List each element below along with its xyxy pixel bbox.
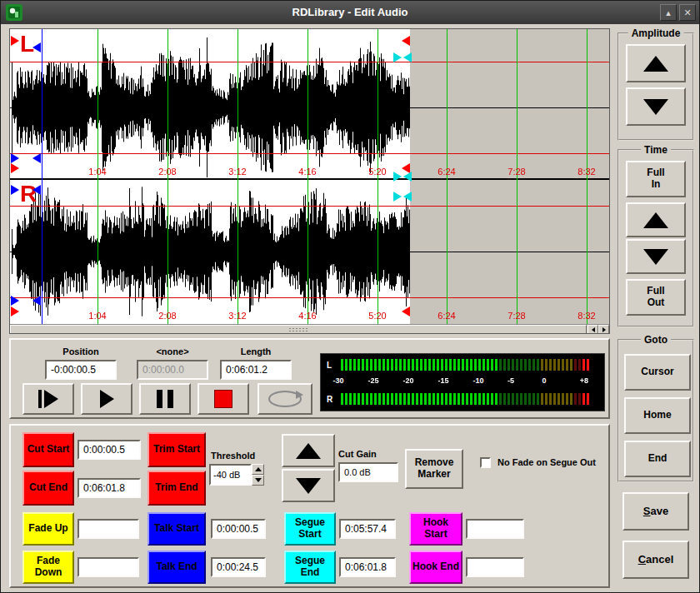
close-button[interactable]: ✕ bbox=[679, 4, 696, 21]
segue-start-marker[interactable] bbox=[393, 192, 402, 202]
segue-end-marker[interactable] bbox=[403, 192, 412, 202]
cancel-button[interactable]: Cancel bbox=[622, 541, 689, 579]
loop-button[interactable] bbox=[258, 383, 312, 415]
talk-start-marker[interactable] bbox=[11, 296, 19, 306]
length-label: Length bbox=[220, 346, 292, 356]
threshold-decrement-button[interactable] bbox=[252, 475, 264, 486]
goto-home-button[interactable]: Home bbox=[624, 397, 691, 434]
talk-start-input[interactable]: 0:00:00.5 bbox=[211, 519, 266, 539]
fade-up-button[interactable]: Fade Up bbox=[22, 512, 74, 546]
cut-end-input[interactable]: 0:06:01.8 bbox=[78, 478, 141, 498]
cut-in-marker[interactable] bbox=[11, 306, 19, 316]
fade-down-button[interactable]: Fade Down bbox=[22, 551, 74, 584]
threshold-input[interactable]: -40 dB bbox=[209, 464, 252, 486]
timeline-label: 2:08 bbox=[158, 167, 176, 177]
meter-scale-label: 0 bbox=[542, 376, 546, 385]
talk-start-button[interactable]: Talk Start bbox=[148, 512, 206, 546]
cut-start-button[interactable]: Cut Start bbox=[22, 432, 74, 467]
grid-line bbox=[378, 29, 378, 324]
segue-end-marker[interactable] bbox=[403, 172, 412, 182]
timeline-label: 3:12 bbox=[228, 167, 246, 177]
fade-down-input[interactable] bbox=[78, 557, 139, 577]
segue-start-marker[interactable] bbox=[393, 172, 402, 182]
talk-end-marker[interactable] bbox=[32, 185, 41, 195]
cut-start-label: Cut Start bbox=[28, 444, 70, 456]
talk-end-marker[interactable] bbox=[32, 153, 41, 163]
goto-end-button[interactable]: End bbox=[624, 441, 691, 477]
cut-gain-up-button[interactable] bbox=[282, 434, 335, 467]
shade-button[interactable]: ▴ bbox=[660, 4, 677, 21]
meter-scale-label: -5 bbox=[508, 376, 514, 385]
hook-start-button[interactable]: Hook Start bbox=[409, 512, 462, 546]
pause-button[interactable] bbox=[139, 383, 191, 415]
cut-end-button[interactable]: Cut End bbox=[22, 471, 74, 506]
play-from-start-button[interactable] bbox=[22, 383, 74, 415]
time-zoom-out-button[interactable] bbox=[626, 239, 686, 274]
segue-end-marker[interactable] bbox=[403, 52, 412, 62]
cut-gain-down-button[interactable] bbox=[282, 469, 335, 502]
grid-line bbox=[447, 29, 448, 324]
position-value[interactable]: -0:00:00.5 bbox=[45, 360, 117, 380]
waveform-scrollbar[interactable] bbox=[10, 324, 609, 333]
cut-start-input[interactable]: 0:00:00.5 bbox=[78, 440, 141, 460]
timeline-label: 7:28 bbox=[508, 167, 525, 177]
remove-marker-button[interactable]: Remove Marker bbox=[405, 449, 463, 489]
timeline-label: 5:20 bbox=[368, 311, 386, 321]
timeline-label: 1:04 bbox=[88, 167, 106, 177]
talk-start-marker[interactable] bbox=[11, 185, 19, 195]
gain-envelope-line bbox=[10, 153, 609, 154]
cut-in-marker[interactable] bbox=[11, 36, 19, 46]
talk-end-cursor-line[interactable] bbox=[42, 29, 42, 324]
pause-icon bbox=[157, 390, 173, 408]
no-fade-checkbox[interactable] bbox=[480, 457, 491, 468]
talk-end-marker[interactable] bbox=[32, 296, 41, 306]
trim-end-button[interactable]: Trim End bbox=[148, 471, 206, 506]
talk-end-input[interactable]: 0:00:24.5 bbox=[211, 557, 266, 577]
hook-end-input[interactable] bbox=[466, 557, 524, 577]
scroll-left-button[interactable] bbox=[588, 325, 598, 333]
waveform-panel: L R 1:041:042:082:083:123:124:164:165:20… bbox=[9, 28, 610, 334]
waveform-display[interactable]: L R 1:041:042:082:083:123:124:164:165:20… bbox=[10, 29, 609, 333]
timeline-label: 6:24 bbox=[438, 167, 455, 177]
audio-meter: L R -30 -25 -20 -15 -10 -5 0 +8 bbox=[320, 353, 605, 411]
play-button[interactable] bbox=[81, 383, 132, 415]
fade-up-input[interactable] bbox=[78, 519, 139, 539]
hook-start-input[interactable] bbox=[466, 519, 524, 539]
amplitude-up-button[interactable] bbox=[626, 44, 686, 82]
amplitude-down-button[interactable] bbox=[626, 87, 686, 126]
time-full-out-button[interactable]: Full Out bbox=[626, 279, 686, 316]
segue-end-input[interactable]: 0:06:01.8 bbox=[339, 557, 396, 577]
segue-start-input[interactable]: 0:05:57.4 bbox=[339, 519, 396, 539]
cut-out-marker[interactable] bbox=[402, 36, 410, 46]
threshold-spin-buttons bbox=[252, 464, 264, 486]
talk-start-marker[interactable] bbox=[11, 153, 19, 163]
stop-button[interactable] bbox=[198, 383, 249, 415]
segue-start-button[interactable]: Segue Start bbox=[284, 512, 336, 546]
time-zoom-in-button[interactable] bbox=[626, 202, 686, 237]
time-group-label: Time bbox=[641, 144, 671, 156]
marker-name-label: <none> bbox=[137, 346, 208, 356]
trim-end-label: Trim End bbox=[155, 482, 198, 494]
meter-right-label: R bbox=[327, 395, 332, 404]
talk-end-marker[interactable] bbox=[32, 42, 41, 52]
channel-separator bbox=[10, 178, 609, 180]
cut-in-marker[interactable] bbox=[11, 163, 19, 173]
up-arrow-icon bbox=[643, 56, 668, 72]
threshold-increment-button[interactable] bbox=[252, 464, 264, 475]
trim-start-button[interactable]: Trim Start bbox=[148, 432, 206, 467]
time-full-in-button[interactable]: Full In bbox=[626, 161, 686, 197]
segue-end-button[interactable]: Segue End bbox=[284, 551, 336, 584]
scroll-right-button[interactable] bbox=[598, 325, 609, 333]
save-button[interactable]: Save bbox=[622, 492, 689, 531]
threshold-label: Threshold bbox=[211, 451, 255, 461]
goto-cursor-button[interactable]: Cursor bbox=[624, 354, 691, 391]
marker-value: 0:00:00.0 bbox=[137, 360, 208, 380]
segue-start-marker[interactable] bbox=[393, 52, 402, 62]
cut-out-marker[interactable] bbox=[402, 306, 410, 316]
trim-start-label: Trim Start bbox=[153, 444, 200, 456]
hook-end-button[interactable]: Hook End bbox=[409, 551, 462, 584]
scrollbar-grip-icon bbox=[288, 327, 308, 332]
scrollbar-thumb[interactable] bbox=[10, 325, 587, 333]
cut-gain-input[interactable]: 0.0 dB bbox=[338, 462, 398, 482]
talk-end-button[interactable]: Talk End bbox=[148, 551, 206, 584]
